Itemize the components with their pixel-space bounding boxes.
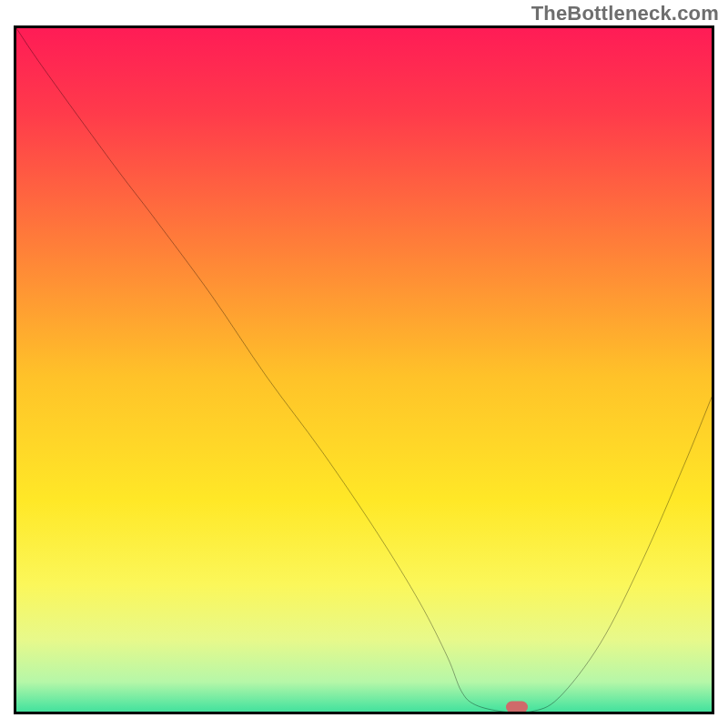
bottleneck-curve [16, 28, 712, 712]
watermark-text: TheBottleneck.com [531, 2, 719, 25]
plot-area [14, 25, 714, 714]
optimal-point-marker [506, 702, 528, 713]
chart-frame: TheBottleneck.com [0, 0, 728, 728]
